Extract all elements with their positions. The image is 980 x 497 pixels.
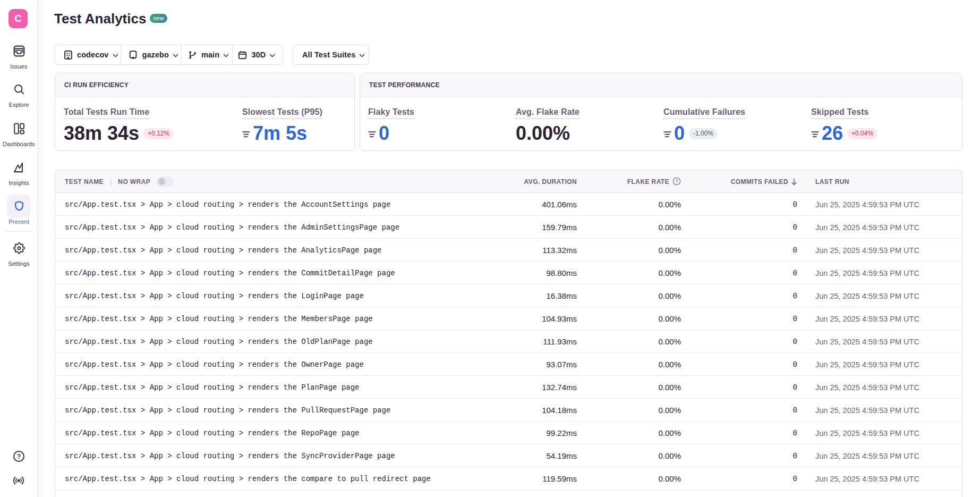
svg-text:?: ?	[675, 179, 678, 184]
